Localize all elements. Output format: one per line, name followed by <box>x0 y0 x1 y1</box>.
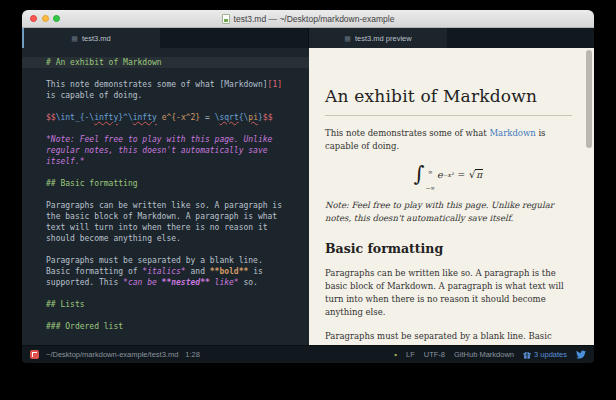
updates-button[interactable]: 3 updates <box>523 350 567 359</box>
equation-exponent: −x² <box>443 171 454 178</box>
preview-scrollbar-thumb[interactable] <box>586 50 592 148</box>
grammar-indicator[interactable]: GitHub Markdown <box>454 350 514 359</box>
minimize-button[interactable] <box>42 15 49 22</box>
editor-line[interactable]: should become anything else. <box>46 233 309 244</box>
tab-bar: ▦ test3.md ▦ test3.md preview <box>22 28 594 48</box>
preview-file-icon: ▦ <box>344 35 351 42</box>
editor-line[interactable]: *Note: Feel free to play with this page.… <box>46 134 309 145</box>
editor-line[interactable]: itself.* <box>46 156 309 167</box>
editor-line[interactable]: is capable of doing. <box>46 90 309 101</box>
code-segment: ## Basic formatting <box>46 179 138 188</box>
editor-line[interactable]: Paragraphs must be separated by a blank … <box>46 255 309 266</box>
editor-line[interactable] <box>46 244 309 255</box>
code-segment: {\ <box>239 113 249 122</box>
integral-lower-limit: −∞ <box>426 185 435 192</box>
code-segment: This note demonstrates some of what <box>46 80 219 89</box>
radicand: π <box>475 169 483 180</box>
editor-line[interactable] <box>46 167 309 178</box>
titlebar[interactable]: test3.md — ~/Desktop/markdown-example <box>22 10 594 28</box>
status-bar: ~/Desktop/markdown-example/test3.md 1:28… <box>22 345 594 363</box>
editor-line[interactable] <box>46 68 309 79</box>
editor-line[interactable]: Paragraphs can be written like so. A par… <box>46 200 309 211</box>
line-ending-indicator[interactable]: LF <box>406 350 415 359</box>
editor-line[interactable] <box>46 189 309 200</box>
code-segment: regular notes, this doesn't automaticall… <box>46 146 268 155</box>
markdown-writer-icon[interactable] <box>30 350 39 359</box>
status-right: • LF UTF-8 GitHub Markdown 3 updat <box>394 350 586 359</box>
code-segment: the basic block of Markdown. A paragraph… <box>46 212 277 221</box>
title-group: test3.md — ~/Desktop/markdown-example <box>222 14 395 24</box>
code-segment: *Note: Feel free to play with this page.… <box>46 135 272 144</box>
active-pane-indicator <box>22 28 24 48</box>
traffic-lights <box>30 10 60 27</box>
preview-note: Note: Feel free to play with this page. … <box>325 199 572 225</box>
code-segment: \int_{-\ <box>56 113 95 122</box>
editor-line[interactable]: $$\int_{-\infty}^\infty e^{-x^2} = \sqrt… <box>46 112 309 123</box>
file-path[interactable]: ~/Desktop/markdown-example/test3.md <box>46 350 178 359</box>
twitter-icon[interactable] <box>576 350 586 359</box>
equation-equals: = <box>457 170 465 180</box>
window-title: test3.md — ~/Desktop/markdown-example <box>234 14 395 24</box>
editor-tab-region: ▦ test3.md <box>22 28 309 48</box>
code-segment: ### Ordered list <box>46 322 123 331</box>
updates-label: 3 updates <box>534 350 567 359</box>
paragraph-text: This note demonstrates some of what <box>325 128 489 138</box>
fullscreen-button[interactable] <box>53 15 60 22</box>
main-content: # An exhibit of Markdown This note demon… <box>22 48 594 345</box>
integral-sign: ∫ <box>414 164 425 185</box>
editor-line[interactable]: the basic block of Markdown. A paragraph… <box>46 211 309 222</box>
close-button[interactable] <box>30 15 37 22</box>
editor-line[interactable]: Basic formatting of *italics* and **bold… <box>46 266 309 277</box>
gift-icon <box>523 351 531 359</box>
preview-paragraph-separated: Paragraphs must be separated by a blank … <box>325 330 572 345</box>
code-segment: sqrt <box>219 113 238 122</box>
linter-status-dot: • <box>394 350 397 359</box>
preview-subheading: Basic formatting <box>325 241 572 256</box>
code-segment: like* <box>210 278 239 287</box>
editor-line[interactable] <box>46 123 309 134</box>
editor-line[interactable]: ### Ordered list <box>46 321 309 332</box>
tab-editor[interactable]: ▦ test3.md <box>22 28 160 48</box>
app-window: test3.md — ~/Desktop/markdown-example ▦ … <box>22 10 594 363</box>
editor-pane[interactable]: # An exhibit of Markdown This note demon… <box>22 48 309 345</box>
code-segment: $$ <box>263 113 273 122</box>
code-segment: ## Lists <box>46 300 85 309</box>
code-segment: itself.* <box>46 157 85 166</box>
preview-paragraph-intro: This note demonstrates some of what Mark… <box>325 127 572 153</box>
markdown-document-icon <box>222 14 230 24</box>
code-segment: [1] <box>268 80 282 89</box>
integral-upper-limit: ∞ <box>426 169 435 176</box>
cursor-position[interactable]: 1:28 <box>185 350 200 359</box>
code-segment: Paragraphs must be separated by a blank … <box>46 256 263 265</box>
editor-line[interactable] <box>46 101 309 112</box>
preview-scrollbar-track[interactable] <box>586 48 592 345</box>
code-segment: is capable of doing. <box>46 91 142 100</box>
editor-line[interactable]: This note demonstrates some of what [Mar… <box>46 79 309 90</box>
preview-paragraph-basics: Paragraphs can be written like so. A par… <box>325 267 572 319</box>
heading-rule <box>325 115 572 116</box>
editor-line[interactable]: supported. This *can be **nested** like*… <box>46 277 309 288</box>
code-segment: is <box>248 267 262 276</box>
code-segment: infty <box>133 113 157 122</box>
editor-line[interactable]: regular notes, this doesn't automaticall… <box>46 145 309 156</box>
editor-line[interactable]: ## Lists <box>46 299 309 310</box>
screen: test3.md — ~/Desktop/markdown-example ▦ … <box>0 0 616 400</box>
editor-line[interactable] <box>46 288 309 299</box>
code-segment: **nested** <box>162 278 210 287</box>
editor-line[interactable]: text will turn into when there is no rea… <box>46 222 309 233</box>
markdown-link[interactable]: Markdown <box>489 128 535 138</box>
editor-line[interactable]: ## Basic formatting <box>46 178 309 189</box>
tab-preview[interactable]: ▦ test3.md preview <box>309 28 447 48</box>
code-segment: pi <box>248 113 258 122</box>
preview-pane: An exhibit of Markdown This note demonst… <box>309 48 594 345</box>
editor-line[interactable]: # An exhibit of Markdown <box>46 57 309 68</box>
code-segment: # An exhibit of Markdown <box>46 58 162 67</box>
preview-title: An exhibit of Markdown <box>325 86 572 106</box>
editor-line[interactable] <box>46 310 309 321</box>
encoding-indicator[interactable]: UTF-8 <box>424 350 445 359</box>
code-segment: supported. This <box>46 278 123 287</box>
code-segment: Paragraphs can be written like so. A par… <box>46 201 282 210</box>
code-segment: [Markdown] <box>219 80 267 89</box>
code-segment: *can be <box>123 278 162 287</box>
math-equation: ∫ ∞ −∞ e−x² = √π <box>325 164 572 185</box>
